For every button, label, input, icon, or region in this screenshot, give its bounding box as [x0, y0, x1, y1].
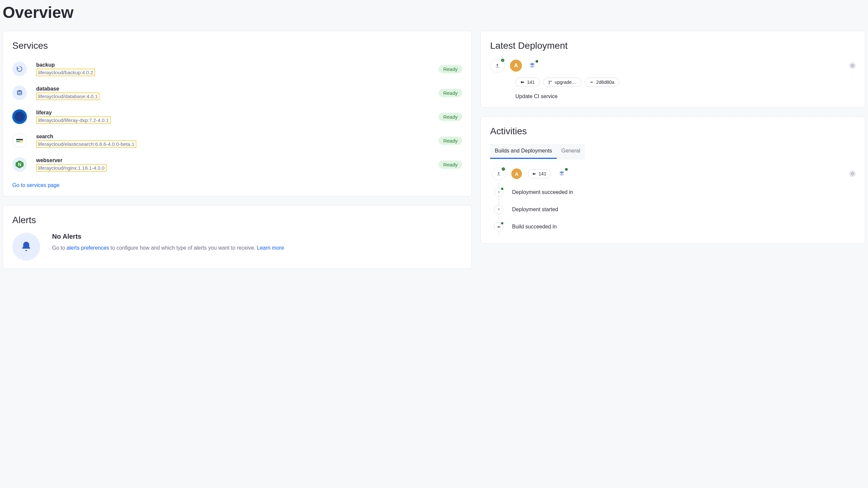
services-card: Services backup liferaycloud/backup:4.0.… — [3, 31, 472, 197]
service-name: webserver — [36, 158, 429, 163]
event-upload-icon — [494, 188, 503, 197]
tab-general[interactable]: General — [557, 144, 585, 159]
activities-heading: Activities — [490, 126, 856, 137]
clock-icon — [849, 170, 856, 177]
deployer-avatar[interactable]: A — [510, 60, 522, 72]
clock-icon — [849, 62, 856, 69]
search-icon — [12, 133, 27, 148]
service-row-database[interactable]: database liferaycloud/database:4.0.1 Rea… — [12, 82, 462, 103]
service-name: database — [36, 86, 429, 92]
activity-build-pill[interactable]: 141 — [528, 169, 551, 178]
service-name: search — [36, 134, 429, 139]
event-text: Deployment started — [512, 206, 558, 213]
activity-stack-icon — [557, 169, 567, 179]
activity-upload-icon — [492, 167, 505, 181]
service-row-search[interactable]: search liferaycloud/elasticsearch:6.8.6-… — [12, 130, 462, 151]
deploy-upload-icon — [490, 58, 505, 73]
svg-point-6 — [591, 82, 592, 83]
status-badge: Ready — [439, 113, 462, 121]
svg-point-2 — [14, 112, 25, 122]
status-badge: Ready — [439, 160, 462, 169]
liferay-icon — [12, 109, 27, 124]
service-row-backup[interactable]: backup liferaycloud/backup:4.0.2 Ready — [12, 58, 462, 79]
event-text: Deployment succeeded in — [512, 189, 573, 195]
service-name: backup — [36, 62, 429, 68]
no-alerts-headline: No Alerts — [52, 233, 284, 240]
services-page-link[interactable]: Go to services page — [12, 182, 59, 188]
build-number-pill[interactable]: 141 — [515, 77, 539, 87]
service-image: liferaycloud/backup:4.0.2 — [36, 69, 95, 76]
activity-event: Build succeeded in — [492, 218, 856, 235]
alerts-heading: Alerts — [12, 215, 462, 225]
service-image: liferaycloud/elasticsearch:6.8.6-4.0.0-b… — [36, 140, 136, 148]
no-alerts-description: Go to alerts preferences to configure ho… — [52, 244, 284, 252]
stack-icon — [527, 61, 537, 71]
status-badge: Ready — [439, 137, 462, 145]
tab-builds-deployments[interactable]: Builds and Deployments — [490, 144, 557, 159]
deployment-message: Update CI service — [515, 94, 856, 99]
activity-avatar[interactable]: A — [511, 168, 522, 179]
status-badge: Ready — [439, 65, 462, 73]
activities-tabs: Builds and Deployments General — [490, 144, 585, 159]
event-text: Build succeeded in — [512, 224, 556, 230]
service-image: liferaycloud/nginx:1.16.1-4.0.0 — [36, 164, 106, 172]
latest-deployment-heading: Latest Deployment — [490, 40, 856, 51]
service-row-webserver[interactable]: N webserver liferaycloud/nginx:1.16.1-4.… — [12, 154, 462, 175]
activity-event: Deployment started — [492, 201, 856, 218]
service-image: liferaycloud/database:4.0.1 — [36, 93, 99, 100]
alerts-preferences-link[interactable]: alerts preferences — [67, 245, 109, 251]
commit-pill[interactable]: 2d6d80a — [585, 77, 619, 87]
event-upload-icon — [494, 205, 503, 214]
page-title: Overview — [0, 0, 868, 31]
backup-icon — [12, 62, 27, 76]
service-row-liferay[interactable]: liferay liferaycloud/liferay-dxp:7.2-4.0… — [12, 106, 462, 127]
service-name: liferay — [36, 110, 429, 116]
alerts-card: Alerts No Alerts Go to alerts preference… — [3, 205, 472, 269]
service-image: liferaycloud/liferay-dxp:7.2-4.0.1 — [36, 117, 111, 124]
database-icon — [12, 86, 27, 100]
webserver-icon: N — [12, 157, 27, 172]
activities-card: Activities Builds and Deployments Genera… — [480, 117, 865, 244]
bell-icon — [12, 233, 40, 261]
svg-text:N: N — [18, 162, 21, 167]
branch-pill[interactable]: upgrade… — [543, 77, 581, 87]
services-heading: Services — [12, 40, 462, 51]
activity-event: Deployment succeeded in — [492, 184, 856, 201]
event-build-icon — [494, 222, 503, 231]
status-badge: Ready — [439, 89, 462, 97]
learn-more-link[interactable]: Learn more — [257, 245, 284, 251]
latest-deployment-card: Latest Deployment A — [480, 31, 865, 108]
svg-point-0 — [18, 90, 22, 92]
